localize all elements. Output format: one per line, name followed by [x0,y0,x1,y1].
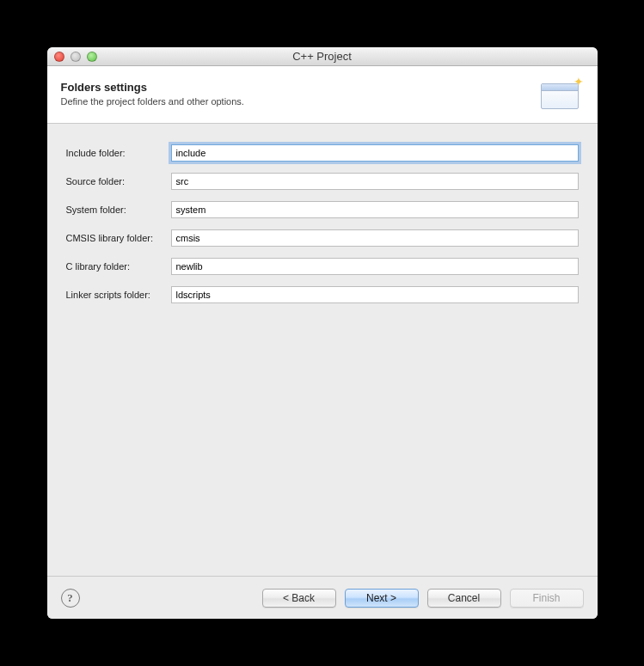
close-icon[interactable] [54,52,64,62]
row-linker: Linker scripts folder: [66,286,579,303]
input-clib-folder[interactable] [171,258,579,275]
label-cmsis-folder: CMSIS library folder: [66,233,171,243]
label-source-folder: Source folder: [66,176,171,186]
banner-text: Folders settings Define the project fold… [61,81,244,107]
label-system-folder: System folder: [66,205,171,215]
input-source-folder[interactable] [171,173,579,190]
next-button[interactable]: Next > [345,589,419,608]
page-description: Define the project folders and other opt… [61,96,244,107]
traffic-lights [54,52,97,62]
wizard-icon: ✦ [536,76,584,111]
wizard-banner: Folders settings Define the project fold… [47,66,598,124]
page-title: Folders settings [61,81,244,94]
window-title: C++ Project [47,50,598,63]
input-linker-folder[interactable] [171,286,579,303]
help-icon[interactable]: ? [61,589,80,608]
input-system-folder[interactable] [171,201,579,218]
row-cmsis: CMSIS library folder: [66,229,579,247]
form-area: Include folder: Source folder: System fo… [47,124,598,576]
row-system: System folder: [66,201,579,218]
label-include-folder: Include folder: [66,148,171,158]
finish-button: Finish [510,589,584,608]
row-include: Include folder: [66,144,579,162]
label-clib-folder: C library folder: [66,261,171,272]
titlebar: C++ Project [47,47,598,66]
dialog-window: C++ Project Folders settings Define the … [47,47,598,619]
cancel-button[interactable]: Cancel [427,589,501,608]
button-bar: ? < Back Next > Cancel Finish [47,576,598,619]
minimize-icon [71,52,81,62]
back-button[interactable]: < Back [262,589,336,608]
label-linker-folder: Linker scripts folder: [66,290,171,300]
input-include-folder[interactable] [171,144,579,162]
row-clib: C library folder: [66,258,579,275]
input-cmsis-folder[interactable] [171,229,579,247]
zoom-icon[interactable] [87,52,97,62]
row-source: Source folder: [66,173,579,190]
